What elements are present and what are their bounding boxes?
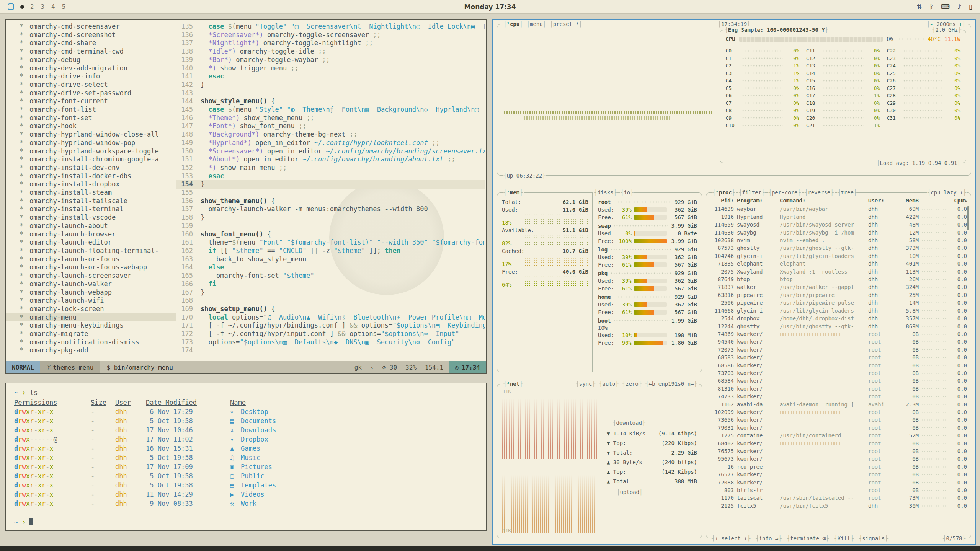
menu-button[interactable]: menu	[526, 20, 547, 28]
file-item[interactable]: *omarchy-hyprland-window-close-all	[6, 130, 176, 139]
file-item[interactable]: *omarchy-drive-info	[6, 72, 176, 81]
folder-name[interactable]: ✦Dropbox	[230, 435, 478, 444]
bluetooth-icon[interactable]: ᛒ	[929, 3, 933, 10]
auto-button[interactable]: auto	[598, 380, 619, 388]
file-item[interactable]: *omarchy-hyprland-window-pop	[6, 139, 176, 147]
select-keys[interactable]: ↑ select ↓	[711, 535, 751, 542]
disk-entry[interactable]: boot1.99 GiBIO%Used:10%198 MiBFree:90%1.…	[598, 317, 697, 347]
file-item[interactable]: *omarchy-hook	[6, 122, 176, 130]
file-item[interactable]: *omarchy-cmd-screenshot	[6, 31, 176, 39]
file-item[interactable]: *omarchy-cmd-screensaver	[6, 23, 176, 31]
info-key[interactable]: info ↵	[755, 535, 782, 542]
file-item[interactable]: *omarchy-install-dev-env	[6, 164, 176, 172]
process-row[interactable]: 71835elephantelephantdhh401M0.0	[710, 260, 967, 267]
code-line[interactable]: 144show_style_menu() {	[176, 97, 485, 106]
process-row[interactable]: 94540kworker/root0B0.0	[710, 338, 967, 346]
code-line[interactable]: 141 esac	[176, 72, 485, 81]
download-label[interactable]: download	[612, 419, 646, 427]
code-line[interactable]: 145 case $(menu "Style" "◐ Theme\nƒ Font…	[176, 106, 485, 114]
workspace-number[interactable]: 3	[41, 3, 45, 10]
file-item[interactable]: *omarchy-install-docker-dbs	[6, 172, 176, 181]
process-row[interactable]: 803btrfs-trroot0B0.0	[710, 486, 967, 494]
process-row[interactable]: 81310kworker/root0B0.0	[710, 385, 967, 393]
code-line[interactable]: 143	[176, 89, 485, 98]
signals-key[interactable]: signals	[858, 535, 889, 542]
code-line[interactable]: 169show_setup_menu() {	[176, 305, 485, 313]
process-row[interactable]: 16rcu_preeroot0B0.0	[710, 463, 967, 471]
process-row[interactable]: 1162avahi-daavahi-daemon: running [avahi…	[710, 401, 967, 408]
file-item[interactable]: *omarchy-launch-webapp	[6, 289, 176, 297]
code-line[interactable]: 149 *Hyprland*) open_in_editor ~/.config…	[176, 139, 485, 147]
battery-icon[interactable]: ▯	[969, 3, 972, 10]
disk-entry[interactable]: log929 GiBUsed:39%362 GiBFree:61%567 GiB	[598, 246, 697, 269]
code-line[interactable]: 168	[176, 297, 485, 305]
code-line[interactable]: 146 *Theme*) show_theme_menu ;;	[176, 114, 485, 122]
disk-entry[interactable]: home929 GiBUsed:39%362 GiBFree:61%567 Gi…	[598, 293, 697, 316]
mem-box-title[interactable]: ²mem	[503, 189, 524, 196]
io-toggle[interactable]: io	[620, 189, 634, 196]
file-item[interactable]: *omarchy-launch-or-focus	[6, 255, 176, 264]
code-line[interactable]: 158}	[176, 214, 485, 222]
file-item[interactable]: *omarchy-pkg-add	[6, 346, 176, 355]
file-item[interactable]: *omarchy-menu	[6, 313, 176, 322]
process-row[interactable]: 71837walker/usr/bin/walker --gappldhh324…	[710, 283, 967, 291]
scroll-up-icon[interactable]: ↑	[962, 197, 965, 203]
process-row[interactable]: 114630swaybg/usr/bin/swaybg -i /homdhh12…	[710, 229, 967, 236]
process-row[interactable]: 1916HyprlandHyprlanddhh422M0.0	[710, 213, 967, 221]
process-row[interactable]: 63816pipewire/usr/bin/pipewiredhh25M0.0	[710, 291, 967, 299]
code-line[interactable]: 148 *Background*) omarchy-theme-bg-next …	[176, 130, 485, 139]
interface-selector[interactable]: ←b enp191s0 n→	[645, 380, 698, 388]
sort-mode-button[interactable]: cpu lazy ↑	[927, 189, 967, 196]
file-item[interactable]: *omarchy-launch-wifi	[6, 297, 176, 305]
file-item[interactable]: *omarchy-dev-add-migration	[6, 64, 176, 73]
omarchy-logo-icon[interactable]	[8, 3, 14, 10]
folder-name[interactable]: ⚒Work	[230, 499, 478, 508]
updates-icon[interactable]: ⇅	[917, 3, 922, 10]
volume-icon[interactable]: ♪	[957, 3, 961, 10]
workspace-number[interactable]: 5	[62, 3, 66, 10]
net-box-title[interactable]: ³net	[503, 380, 524, 388]
folder-name[interactable]: ▤Documents	[230, 416, 478, 425]
file-item[interactable]: *omarchy-font-list	[6, 106, 176, 114]
folder-name[interactable]: ♟Games	[230, 444, 478, 453]
process-row[interactable]: 76577kworker/root0B0.0	[710, 471, 967, 478]
code-line[interactable]: 155	[176, 189, 485, 197]
process-row[interactable]: 12244ghostty/usr/bin/ghostty --gtk-dhh86…	[710, 323, 967, 330]
disks-toggle[interactable]: disks	[593, 189, 617, 196]
file-item[interactable]: *omarchy-install-chromium-google-a	[6, 155, 176, 164]
process-row[interactable]: 68583kworker/root0B0.0	[710, 354, 967, 361]
process-row[interactable]: 72088kworker/root0B0.0	[710, 479, 967, 486]
process-row[interactable]: 74869kworker/root0B0.0	[710, 330, 967, 338]
code-line[interactable]: 142}	[176, 81, 485, 89]
prompt-line-bottom[interactable]: ~ ›	[14, 517, 478, 527]
code-line[interactable]: 163 back_to show_style_menu	[176, 255, 485, 264]
process-row[interactable]: 114659swayosd-/usr/bin/swayosd-serverdhh…	[710, 221, 967, 228]
file-item[interactable]: *omarchy-launch-floating-terminal-	[6, 247, 176, 255]
code-line[interactable]: 137 *Nightlight*) omarchy-toggle-nightli…	[176, 39, 485, 47]
proc-scrollbar[interactable]	[967, 206, 969, 230]
folder-name[interactable]: ⇓Downloads	[230, 425, 478, 435]
file-item[interactable]: *omarchy-launch-walker	[6, 280, 176, 289]
process-row[interactable]: 2544dropbox/home/dhh/.dropbox-distdhh357…	[710, 315, 967, 322]
code-line[interactable]: 170 local options="♫ Audio\n▲ Wifi\nᛒ Bl…	[176, 313, 485, 322]
process-row[interactable]: 104746glycin-i/usr/lib/glycin-loadersdhh…	[710, 252, 967, 260]
sync-button[interactable]: sync	[575, 380, 596, 388]
file-item[interactable]: *omarchy-launch-about	[6, 222, 176, 230]
code-line[interactable]: 135 case $(menu "Toggle" "▢ Screensaver\…	[176, 23, 485, 31]
code-line[interactable]: 172 [ -f ~/.config/hypr/input.conf ] && …	[176, 330, 485, 338]
folder-name[interactable]: ▣Pictures	[230, 462, 478, 471]
file-item[interactable]: *omarchy-lock-screen	[6, 305, 176, 313]
disk-entry[interactable]: pkg929 GiBUsed:39%362 GiBFree:61%567 GiB	[598, 269, 697, 292]
code-line[interactable]: 156show_theme_menu() {	[176, 197, 485, 205]
process-row[interactable]: 73703kworker/root0B0.0	[710, 369, 967, 377]
folder-name[interactable]: ▶Videos	[230, 490, 478, 499]
process-row[interactable]: 87573ghostty/usr/bin/ghostty --gtk-dhh37…	[710, 244, 967, 252]
process-row[interactable]: 2125fcitx5/usr/bin/fcitx5dhh30M0.0	[710, 502, 967, 510]
process-row[interactable]: 95673kworker/root0B0.0	[710, 455, 967, 463]
code-line[interactable]: 140 *) show_trigger_menu ;;	[176, 64, 485, 73]
file-item[interactable]: *omarchy-launch-editor	[6, 238, 176, 247]
git-branch[interactable]: ᛘ themes-menu	[40, 361, 100, 373]
folder-name[interactable]: ⌖Desktop	[230, 407, 478, 416]
code-line[interactable]: 153 esac	[176, 172, 485, 181]
code-line[interactable]: 174	[176, 346, 485, 355]
